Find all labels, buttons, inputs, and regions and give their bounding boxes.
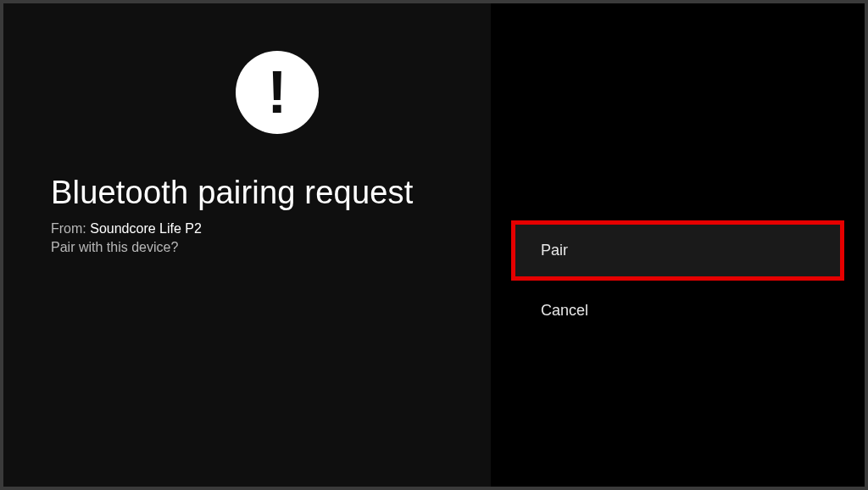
- pair-question: Pair with this device?: [51, 240, 450, 255]
- actions-panel: Pair Cancel: [491, 3, 865, 487]
- dialog-title: Bluetooth pairing request: [51, 175, 450, 211]
- alert-icon: !: [236, 51, 319, 134]
- from-label: From:: [51, 221, 90, 236]
- info-panel: ! Bluetooth pairing request From: Soundc…: [3, 3, 491, 487]
- cancel-button[interactable]: Cancel: [511, 281, 844, 341]
- pair-button[interactable]: Pair: [511, 220, 844, 281]
- device-name: Soundcore Life P2: [90, 221, 202, 236]
- icon-wrapper: !: [236, 51, 450, 134]
- pairing-dialog: ! Bluetooth pairing request From: Soundc…: [3, 3, 865, 487]
- exclamation-icon: !: [267, 63, 287, 122]
- from-line: From: Soundcore Life P2: [51, 221, 450, 237]
